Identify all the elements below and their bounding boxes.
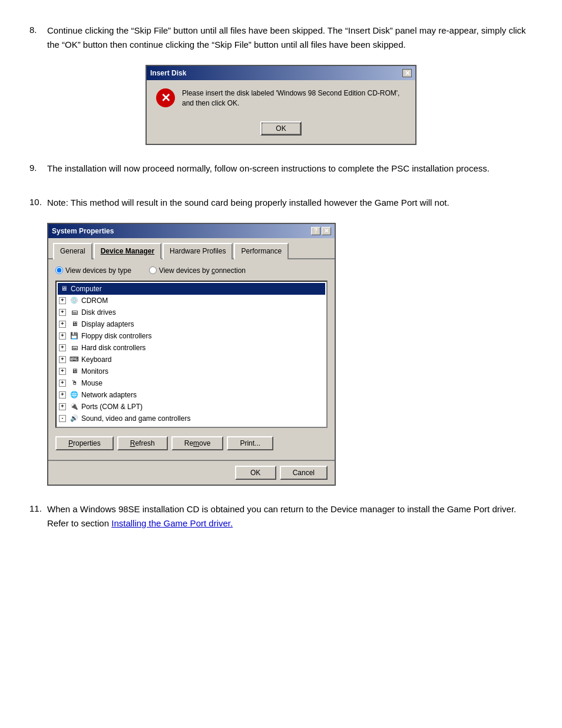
disk-drives-expand-icon[interactable]: +	[59, 309, 66, 316]
insert-disk-body: ✕ Please insert the disk labeled 'Window…	[147, 80, 415, 117]
sys-props-ok-button[interactable]: OK	[235, 466, 276, 480]
monitors-expand-icon[interactable]: +	[59, 368, 66, 375]
insert-disk-title: Insert Disk	[150, 68, 186, 78]
device-list[interactable]: 🖥 Computer + 💿 CDROM + 🖴 Disk drives	[55, 281, 328, 428]
device-mouse[interactable]: + 🖱 Mouse	[58, 377, 325, 389]
game-port-link[interactable]: Installing the Game Port driver.	[111, 518, 233, 528]
sys-props-bottom-buttons: OK Cancel	[48, 460, 335, 485]
disk-drives-icon: 🖴	[70, 308, 79, 317]
device-floppy[interactable]: + 💾 Floppy disk controllers	[58, 330, 325, 342]
device-disk-drives-label: Disk drives	[81, 307, 116, 318]
sys-props-tabs: General Device Manager Hardware Profiles…	[48, 238, 335, 259]
step-9-text: The installation will now proceed normal…	[47, 162, 490, 176]
print-button[interactable]: Print...	[227, 436, 273, 450]
radio-type-label: View devices by type	[65, 265, 131, 276]
sys-props-help-button[interactable]: ?	[311, 227, 320, 235]
device-monitors[interactable]: + 🖥 Monitors	[58, 365, 325, 377]
mouse-expand-icon[interactable]: +	[59, 380, 66, 387]
sound-icon: 🔊	[70, 414, 79, 423]
radio-view-by-type[interactable]: View devices by type	[55, 265, 131, 276]
device-cdrom[interactable]: + 💿 CDROM	[58, 295, 325, 307]
radio-connection-label: View devices by connection	[159, 265, 246, 276]
tab-performance[interactable]: Performance	[234, 243, 289, 259]
tab-general[interactable]: General	[53, 243, 92, 259]
network-icon: 🌐	[70, 390, 79, 400]
tab-device-manager[interactable]: Device Manager	[94, 243, 161, 259]
device-mouse-label: Mouse	[81, 378, 103, 388]
sys-props-content: View devices by type View devices by con…	[48, 259, 335, 460]
step-11-number: 11.	[29, 502, 47, 534]
device-display-adapters-label: Display adapters	[81, 319, 134, 330]
sys-props-titlebar: System Properties ? ✕	[48, 224, 335, 238]
device-floppy-label: Floppy disk controllers	[81, 331, 151, 341]
sys-props-titlebar-buttons: ? ✕	[311, 227, 331, 235]
step-9: 9. The installation will now proceed nor…	[29, 162, 533, 179]
device-hard-disk[interactable]: + 🖴 Hard disk controllers	[58, 342, 325, 354]
arrow-indicator: ◄	[144, 425, 153, 428]
ports-icon: 🔌	[70, 402, 79, 411]
monitors-icon: 🖥	[70, 367, 79, 376]
radio-view-by-connection[interactable]: View devices by connection	[149, 265, 246, 276]
gameport-icon: 🎮	[68, 426, 78, 428]
radio-type-input[interactable]	[55, 266, 63, 274]
cdrom-expand-icon[interactable]: +	[59, 297, 66, 304]
step-10: 10. Note: This method will result in the…	[29, 196, 533, 486]
keyboard-icon: ⌨	[70, 355, 79, 364]
device-sound[interactable]: - 🔊 Sound, video and game controllers	[58, 413, 325, 424]
properties-button[interactable]: Properties	[55, 436, 114, 450]
insert-disk-close-button[interactable]: ✕	[402, 69, 412, 77]
device-hard-disk-label: Hard disk controllers	[81, 342, 146, 353]
sys-props-cancel-button[interactable]: Cancel	[280, 466, 328, 480]
device-keyboard[interactable]: + ⌨ Keyboard	[58, 354, 325, 365]
floppy-expand-icon[interactable]: +	[59, 332, 66, 340]
refresh-button[interactable]: Refresh	[117, 436, 168, 450]
device-computer[interactable]: 🖥 Computer	[58, 283, 325, 295]
step-8: 8. Continue clicking the “Skip File” but…	[29, 24, 533, 145]
insert-disk-message: Please insert the disk labeled 'Windows …	[182, 88, 406, 108]
hard-disk-expand-icon[interactable]: +	[59, 344, 66, 351]
device-gameport[interactable]: 🎮 Gameport Joystick ◄	[58, 424, 325, 428]
device-disk-drives[interactable]: + 🖴 Disk drives	[58, 307, 325, 318]
display-adapters-icon: 🖥	[70, 319, 79, 329]
ports-expand-icon[interactable]: +	[59, 403, 66, 410]
device-cdrom-label: CDROM	[81, 295, 108, 306]
network-expand-icon[interactable]: +	[59, 391, 66, 398]
device-monitors-label: Monitors	[81, 366, 108, 377]
device-ports[interactable]: + 🔌 Ports (COM & LPT)	[58, 401, 325, 413]
view-options-row: View devices by type View devices by con…	[55, 265, 328, 276]
device-computer-label: Computer	[71, 284, 102, 294]
keyboard-expand-icon[interactable]: +	[59, 356, 66, 363]
insert-disk-footer: OK	[147, 117, 415, 144]
step-10-number: 10.	[29, 196, 47, 213]
hard-disk-icon: 🖴	[70, 343, 79, 353]
device-display-adapters[interactable]: + 🖥 Display adapters	[58, 318, 325, 330]
mouse-icon: 🖱	[70, 378, 79, 388]
step-11-text: When a Windows 98SE installation CD is o…	[47, 502, 533, 531]
floppy-icon: 💾	[70, 331, 79, 341]
display-adapters-expand-icon[interactable]: +	[59, 321, 66, 328]
remove-button[interactable]: Remove	[171, 436, 224, 450]
sys-props-title: System Properties	[52, 226, 114, 236]
system-properties-dialog: System Properties ? ✕ General Device Man…	[47, 223, 336, 486]
cdrom-icon: 💿	[70, 296, 79, 305]
device-network-adapters[interactable]: + 🌐 Network adapters	[58, 389, 325, 401]
device-keyboard-label: Keyboard	[81, 354, 111, 365]
step-8-text: Continue clicking the “Skip File” button…	[47, 24, 533, 52]
insert-disk-dialog: Insert Disk ✕ ✕ Please insert the disk l…	[146, 65, 416, 145]
device-sound-label: Sound, video and game controllers	[81, 413, 190, 424]
step-9-number: 9.	[29, 162, 47, 179]
device-gameport-label: Gameport Joystick	[80, 426, 138, 428]
device-network-label: Network adapters	[81, 390, 137, 400]
sys-props-action-buttons: Properties Refresh Remove Print...	[55, 433, 328, 454]
sys-props-close-button[interactable]: ✕	[322, 227, 331, 235]
radio-connection-input[interactable]	[149, 266, 157, 274]
insert-disk-titlebar: Insert Disk ✕	[147, 66, 415, 80]
sound-expand-icon[interactable]: -	[59, 415, 66, 422]
device-ports-label: Ports (COM & LPT)	[81, 401, 143, 412]
step-11: 11. When a Windows 98SE installation CD …	[29, 502, 533, 534]
step-8-number: 8.	[29, 24, 47, 55]
computer-icon: 🖥	[59, 284, 68, 294]
insert-disk-ok-button[interactable]: OK	[260, 121, 302, 136]
error-icon: ✕	[156, 88, 175, 107]
tab-hardware-profiles[interactable]: Hardware Profiles	[163, 243, 233, 259]
